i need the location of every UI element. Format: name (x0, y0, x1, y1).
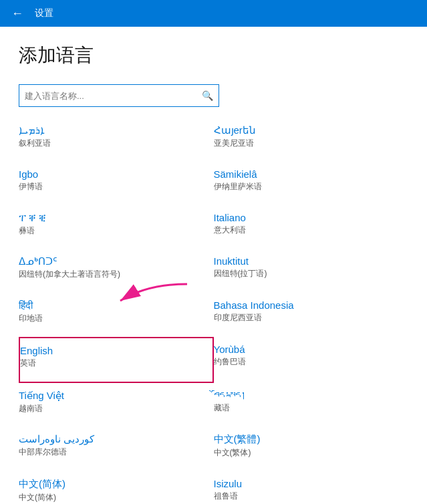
lang-item[interactable]: Isizulu祖鲁语 (214, 471, 409, 504)
lang-sub: 印度尼西亚语 (214, 312, 404, 324)
lang-sub: 中文(繁体) (214, 447, 404, 459)
back-button[interactable]: ← (8, 4, 27, 23)
search-input[interactable] (25, 91, 202, 101)
lang-name: ፐ ቐ ቒ (19, 212, 208, 224)
lang-item[interactable]: Inuktitut因纽特(拉丁语) (214, 249, 409, 293)
lang-sub: 中文(简体) (19, 492, 208, 503)
title-bar: ← 设置 (0, 0, 427, 27)
lang-name: Inuktitut (214, 255, 404, 267)
lang-name: Isizulu (214, 478, 404, 489)
lang-sub: 彝语 (19, 225, 208, 237)
lang-name: Yorùbá (214, 344, 404, 355)
lang-item[interactable]: Tiếng Việt越南语 (19, 383, 214, 427)
search-box[interactable]: 🔍 (19, 84, 219, 107)
lang-item[interactable]: Igbo伊博语 (19, 162, 214, 205)
lang-sub: 约鲁巴语 (214, 356, 404, 368)
lang-sub: 英语 (20, 358, 207, 369)
lang-item[interactable]: Sämikielâ伊纳里萨米语 (214, 162, 409, 205)
lang-name: ܐܪܡܝܐ (19, 124, 208, 136)
lang-name: Igbo (19, 168, 208, 180)
lang-name: English (20, 345, 207, 356)
lang-sub: 叙利亚语 (19, 138, 208, 149)
page-header: 添加语言 (0, 27, 427, 79)
lang-sub: 祖鲁语 (214, 491, 404, 502)
lang-name: ᐃᓄᒃᑎᑐᑦ (19, 255, 208, 267)
lang-name: 中文(繁體) (214, 433, 404, 446)
settings-label: 设置 (35, 7, 53, 19)
lang-name: हिंदी (19, 299, 208, 311)
lang-item[interactable]: ܐܪܡܝܐ叙利亚语 (19, 118, 214, 162)
lang-name: كوردیی ناوەراست (19, 433, 208, 445)
lang-sub: 伊博语 (19, 181, 208, 193)
lang-name: Tiếng Việt (19, 390, 208, 402)
lang-item[interactable]: كوردیی ناوەراست中部库尔德语 (19, 426, 214, 471)
lang-item[interactable]: 中文(繁體)中文(繁体) (214, 426, 409, 471)
lang-item[interactable]: Yorùbá约鲁巴语 (214, 337, 409, 383)
lang-item[interactable]: Հայerեն亚美尼亚语 (214, 118, 409, 162)
lang-name: Bahasa Indonesia (214, 299, 404, 311)
lang-name: Italiano (214, 212, 404, 223)
search-icon: 🔍 (202, 90, 213, 101)
lang-sub: 越南语 (19, 403, 208, 414)
lang-item[interactable]: Bahasa Indonesia印度尼西亚语 (214, 293, 409, 337)
lang-name: 中文(简体) (19, 478, 208, 491)
lang-item[interactable]: ፐ ቐ ቒ彝语 (19, 205, 214, 249)
content-area: ܐܪܡܝܐ叙利亚语Հայerեն亚美尼亚语Igbo伊博语Sämikielâ伊纳里… (0, 118, 427, 504)
lang-sub: 亚美尼亚语 (214, 138, 404, 149)
page-title: 添加语言 (19, 43, 408, 68)
lang-sub: 因纽特(拉丁语) (214, 268, 404, 279)
lang-item[interactable]: བོད་སྐད།藏语 (214, 383, 409, 427)
lang-sub: 伊纳里萨米语 (214, 181, 404, 193)
lang-sub: 意大利语 (214, 225, 404, 236)
lang-name: Sämikielâ (214, 168, 404, 180)
lang-sub: 藏语 (214, 402, 404, 414)
lang-sub: 印地语 (19, 313, 208, 324)
lang-item[interactable]: 中文(简体)中文(简体) (19, 471, 214, 504)
lang-item[interactable]: ᐃᓄᒃᑎᑐᑦ因纽特(加拿大土著语言符号) (19, 249, 214, 293)
lang-name: Հայerեն (214, 124, 404, 136)
lang-sub: 因纽特(加拿大土著语言符号) (19, 269, 208, 280)
lang-item[interactable]: हिंदी印地语 (19, 293, 214, 337)
lang-sub: 中部库尔德语 (19, 447, 208, 458)
lang-item[interactable]: English英语 (19, 337, 214, 383)
lang-name: བོད་སྐད། (214, 390, 404, 401)
lang-item[interactable]: Italiano意大利语 (214, 205, 409, 249)
